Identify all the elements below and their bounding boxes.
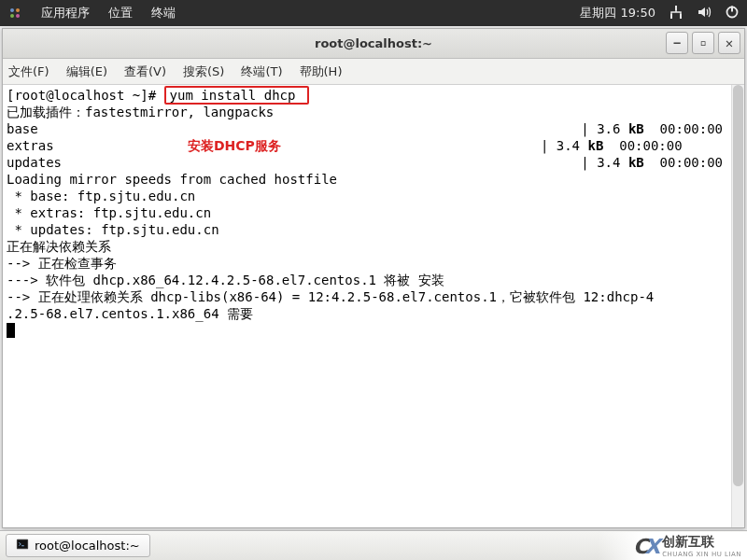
panel-clock[interactable]: 星期四 19:50 — [580, 5, 655, 21]
output-line: ---> 软件包 dhcp.x86_64.12.4.2.5-68.el7.cen… — [7, 273, 444, 287]
svg-point-0 — [10, 8, 14, 12]
watermark: CX 创新互联 CHUANG XIN HU LIAN — [598, 532, 747, 560]
panel-menu-places[interactable]: 位置 — [108, 5, 133, 21]
output-unit: kB — [628, 121, 644, 136]
output-line: 正在解决依赖关系 — [7, 239, 111, 254]
window-title: root@localhost:~ — [315, 36, 432, 50]
output-unit: kB — [587, 138, 603, 153]
panel-menu-apps[interactable]: 应用程序 — [41, 5, 90, 21]
output-time: 00:00:00 — [603, 138, 682, 153]
output-line: .2.5-68.el7.centos.1.x86_64 需要 — [7, 306, 253, 321]
menu-help[interactable]: 帮助(H) — [300, 63, 343, 80]
scrollbar[interactable] — [731, 85, 744, 527]
terminal-window: root@localhost:~ — ▫ ✕ 文件(F) 编辑(E) 查看(V)… — [2, 28, 745, 528]
output-line: * updates: ftp.sjtu.edu.cn — [7, 222, 219, 237]
menu-search[interactable]: 搜索(S) — [183, 63, 224, 80]
panel-menu-terminal[interactable]: 终端 — [151, 5, 176, 21]
svg-point-2 — [10, 14, 14, 18]
menu-edit[interactable]: 编辑(E) — [66, 63, 107, 80]
output-line: extras — [7, 138, 54, 153]
terminal-output[interactable]: [root@localhost ~]# yum install dhcp 已加载… — [3, 85, 744, 527]
desktop: root@localhost:~ — ▫ ✕ 文件(F) 编辑(E) 查看(V)… — [0, 26, 747, 530]
menubar: 文件(F) 编辑(E) 查看(V) 搜索(S) 终端(T) 帮助(H) — [3, 59, 744, 85]
close-button[interactable]: ✕ — [718, 32, 740, 54]
output-size: | 3.6 — [581, 121, 628, 136]
output-size: | 3.4 — [541, 138, 588, 153]
window-titlebar[interactable]: root@localhost:~ — ▫ ✕ — [3, 29, 744, 59]
network-icon[interactable] — [669, 5, 684, 22]
cursor — [7, 323, 15, 338]
activities-icon[interactable] — [7, 6, 22, 21]
output-line: Loading mirror speeds from cached hostfi… — [7, 172, 337, 187]
svg-rect-10 — [18, 540, 28, 549]
scrollbar-thumb[interactable] — [733, 85, 743, 486]
highlighted-command: yum install dhcp — [164, 86, 309, 105]
output-line: --> 正在检查事务 — [7, 256, 117, 271]
output-line: * extras: ftp.sjtu.edu.cn — [7, 205, 211, 220]
svg-rect-8 — [731, 6, 733, 11]
taskbar-item-terminal[interactable]: root@localhost:~ — [6, 534, 150, 557]
panel-right: 星期四 19:50 — [580, 5, 740, 22]
svg-point-1 — [16, 8, 20, 12]
output-line: * base: ftp.sjtu.edu.cn — [7, 189, 195, 203]
minimize-button[interactable]: — — [666, 32, 688, 54]
top-panel: 应用程序 位置 终端 星期四 19:50 — [0, 0, 747, 26]
output-line: 已加载插件：fastestmirror, langpacks — [7, 105, 274, 119]
taskbar-item-label: root@localhost:~ — [35, 539, 140, 553]
terminal-icon — [16, 538, 29, 553]
volume-icon[interactable] — [697, 5, 712, 22]
menu-terminal[interactable]: 终端(T) — [241, 63, 282, 80]
bottom-taskbar: root@localhost:~ CX 创新互联 CHUANG XIN HU L… — [0, 530, 747, 560]
annotation-label: 安装DHCP服务 — [188, 138, 281, 153]
maximize-button[interactable]: ▫ — [692, 32, 714, 54]
output-line: --> 正在处理依赖关系 dhcp-libs(x86-64) = 12:4.2.… — [7, 289, 654, 304]
output-time: 00:00:00 — [644, 121, 723, 136]
watermark-logo: CX — [633, 535, 656, 558]
prompt: [root@localhost ~]# — [7, 88, 164, 103]
output-time: 00:00:00 — [644, 155, 723, 170]
svg-point-3 — [16, 14, 20, 18]
window-controls: — ▫ ✕ — [666, 32, 740, 54]
output-size: | 3.4 — [581, 155, 628, 170]
menu-view[interactable]: 查看(V) — [124, 63, 166, 80]
power-icon[interactable] — [725, 5, 740, 22]
menu-file[interactable]: 文件(F) — [8, 63, 49, 80]
panel-left: 应用程序 位置 终端 — [7, 5, 176, 21]
output-unit: kB — [628, 155, 644, 170]
svg-rect-6 — [680, 14, 682, 19]
svg-rect-5 — [670, 14, 672, 19]
output-line: updates — [7, 155, 62, 170]
output-line: base — [7, 121, 38, 136]
watermark-text: 创新互联 CHUANG XIN HU LIAN — [662, 534, 741, 558]
